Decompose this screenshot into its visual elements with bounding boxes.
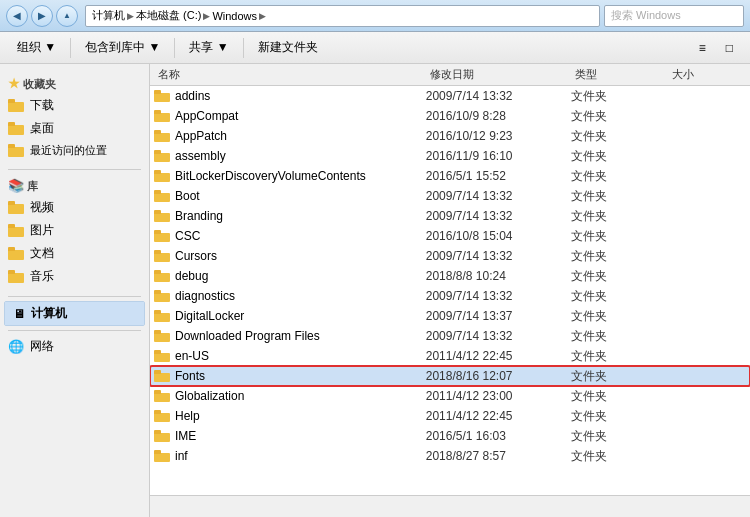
file-type-cell: 文件夹 <box>571 228 668 245</box>
view-toggle-button-2[interactable]: □ <box>717 36 742 60</box>
search-box[interactable]: 搜索 Windows <box>604 5 744 27</box>
file-name-cell: Help <box>154 409 426 423</box>
back-button[interactable]: ◀ <box>6 5 28 27</box>
sidebar-item-label: 文档 <box>30 245 54 262</box>
table-row[interactable]: Boot 2009/7/14 13:32 文件夹 <box>150 186 750 206</box>
file-name-label: AppCompat <box>175 109 238 123</box>
sidebar-item-doc[interactable]: 文档 <box>0 242 149 265</box>
folder-icon <box>154 110 170 122</box>
table-row[interactable]: AppCompat 2016/10/9 8:28 文件夹 <box>150 106 750 126</box>
sidebar-item-computer[interactable]: 🖥 计算机 <box>5 302 144 325</box>
sidebar-item-label: 桌面 <box>30 120 54 137</box>
view-options: ≡ □ <box>690 36 742 60</box>
table-row[interactable]: inf 2018/8/27 8:57 文件夹 <box>150 446 750 466</box>
favorites-label: 收藏夹 <box>23 78 56 90</box>
table-row[interactable]: CSC 2016/10/8 15:04 文件夹 <box>150 226 750 246</box>
file-area: 名称 修改日期 类型 大小 addins 2009/7/14 13:32 文件夹… <box>150 64 750 517</box>
organize-button[interactable]: 组织 ▼ <box>8 36 65 60</box>
col-header-size[interactable]: 大小 <box>668 67 746 82</box>
sidebar-divider-2 <box>8 296 141 297</box>
folder-icon <box>8 201 24 214</box>
folder-icon <box>154 90 170 102</box>
sidebar-item-video[interactable]: 视频 <box>0 196 149 219</box>
library-button[interactable]: 包含到库中 ▼ <box>76 36 169 60</box>
sidebar-item-label: 下载 <box>30 97 54 114</box>
file-date-cell: 2018/8/27 8:57 <box>426 449 572 463</box>
table-row[interactable]: assembly 2016/11/9 16:10 文件夹 <box>150 146 750 166</box>
table-row[interactable]: diagnostics 2009/7/14 13:32 文件夹 <box>150 286 750 306</box>
col-header-date[interactable]: 修改日期 <box>426 67 572 82</box>
file-type-cell: 文件夹 <box>571 168 668 185</box>
folder-icon <box>154 370 170 382</box>
toolbar: 组织 ▼ 包含到库中 ▼ 共享 ▼ 新建文件夹 ≡ □ <box>0 32 750 64</box>
file-name-label: en-US <box>175 349 209 363</box>
file-type-cell: 文件夹 <box>571 388 668 405</box>
view-toggle-button[interactable]: ≡ <box>690 36 715 60</box>
file-name-cell: Cursors <box>154 249 426 263</box>
sidebar-item-recent[interactable]: 最近访问的位置 <box>0 140 149 161</box>
library-icon: 📚 <box>8 178 24 193</box>
new-folder-button[interactable]: 新建文件夹 <box>249 36 327 60</box>
table-row[interactable]: Downloaded Program Files 2009/7/14 13:32… <box>150 326 750 346</box>
table-row[interactable]: Cursors 2009/7/14 13:32 文件夹 <box>150 246 750 266</box>
table-row[interactable]: AppPatch 2016/10/12 9:23 文件夹 <box>150 126 750 146</box>
file-name-cell: IME <box>154 429 426 443</box>
table-row[interactable]: Fonts 2018/8/16 12:07 文件夹 <box>150 366 750 386</box>
file-name-cell: debug <box>154 269 426 283</box>
sidebar-item-desktop[interactable]: 桌面 <box>0 117 149 140</box>
forward-button[interactable]: ▶ <box>31 5 53 27</box>
up-button[interactable]: ▲ <box>56 5 78 27</box>
table-row[interactable]: Help 2011/4/12 22:45 文件夹 <box>150 406 750 426</box>
file-date-cell: 2009/7/14 13:32 <box>426 189 572 203</box>
file-date-cell: 2009/7/14 13:32 <box>426 289 572 303</box>
file-type-cell: 文件夹 <box>571 248 668 265</box>
file-type-cell: 文件夹 <box>571 368 668 385</box>
file-name-cell: AppCompat <box>154 109 426 123</box>
table-row[interactable]: DigitalLocker 2009/7/14 13:37 文件夹 <box>150 306 750 326</box>
folder-icon <box>154 190 170 202</box>
file-name-label: Branding <box>175 209 223 223</box>
column-headers: 名称 修改日期 类型 大小 <box>150 64 750 86</box>
file-list[interactable]: addins 2009/7/14 13:32 文件夹 AppCompat 201… <box>150 86 750 495</box>
sidebar-item-network[interactable]: 🌐 网络 <box>0 335 149 358</box>
table-row[interactable]: Globalization 2011/4/12 23:00 文件夹 <box>150 386 750 406</box>
address-bar[interactable]: 计算机 ▶ 本地磁盘 (C:) ▶ Windows ▶ <box>85 5 600 27</box>
address-part-drive: 本地磁盘 (C:) <box>136 8 201 23</box>
table-row[interactable]: debug 2018/8/8 10:24 文件夹 <box>150 266 750 286</box>
folder-icon <box>154 130 170 142</box>
file-type-cell: 文件夹 <box>571 308 668 325</box>
file-name-label: IME <box>175 429 196 443</box>
file-date-cell: 2009/7/14 13:32 <box>426 329 572 343</box>
file-name-cell: inf <box>154 449 426 463</box>
file-name-cell: Fonts <box>154 369 426 383</box>
sidebar-item-music[interactable]: 音乐 <box>0 265 149 288</box>
folder-icon <box>8 224 24 237</box>
file-type-cell: 文件夹 <box>571 328 668 345</box>
folder-icon <box>154 330 170 342</box>
address-part-computer: 计算机 <box>92 8 125 23</box>
table-row[interactable]: addins 2009/7/14 13:32 文件夹 <box>150 86 750 106</box>
folder-icon <box>154 210 170 222</box>
table-row[interactable]: IME 2016/5/1 16:03 文件夹 <box>150 426 750 446</box>
sidebar-item-picture[interactable]: 图片 <box>0 219 149 242</box>
col-header-type[interactable]: 类型 <box>571 67 668 82</box>
address-parts: 计算机 ▶ 本地磁盘 (C:) ▶ Windows ▶ <box>92 8 266 23</box>
toolbar-separator-1 <box>70 38 71 58</box>
share-button[interactable]: 共享 ▼ <box>180 36 237 60</box>
file-name-cell: CSC <box>154 229 426 243</box>
file-name-label: Downloaded Program Files <box>175 329 320 343</box>
file-name-label: CSC <box>175 229 200 243</box>
file-name-cell: Branding <box>154 209 426 223</box>
col-header-name[interactable]: 名称 <box>154 67 426 82</box>
sidebar-item-download[interactable]: 下载 <box>0 94 149 117</box>
file-name-label: inf <box>175 449 188 463</box>
main-layout: ★ 收藏夹 下载 桌面 最近访问的位置 📚 库 <box>0 64 750 517</box>
sidebar-item-label: 视频 <box>30 199 54 216</box>
table-row[interactable]: en-US 2011/4/12 22:45 文件夹 <box>150 346 750 366</box>
favorites-header: ★ 收藏夹 <box>0 72 149 94</box>
file-date-cell: 2009/7/14 13:37 <box>426 309 572 323</box>
table-row[interactable]: Branding 2009/7/14 13:32 文件夹 <box>150 206 750 226</box>
folder-icon <box>154 450 170 462</box>
table-row[interactable]: BitLockerDiscoveryVolumeContents 2016/5/… <box>150 166 750 186</box>
folder-icon <box>154 350 170 362</box>
